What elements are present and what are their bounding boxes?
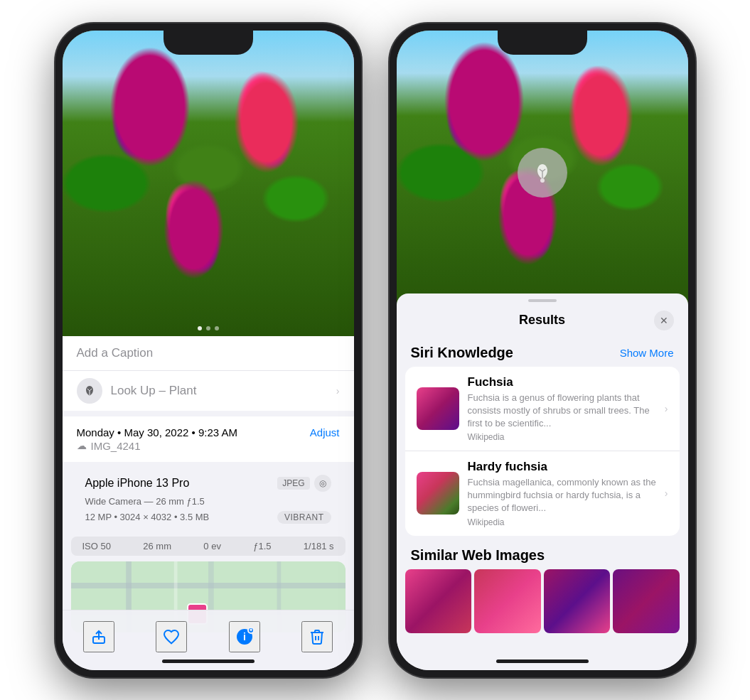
mp-text: 12 MP • 3024 × 4032 • 3.5 MB — [85, 512, 210, 522]
right-notch — [498, 31, 587, 55]
focal-value: 26 mm — [143, 541, 171, 551]
web-image-2[interactable] — [474, 569, 541, 633]
fuchsia-info: Fuchsia Fuchsia is a genus of flowering … — [468, 375, 656, 443]
hardy-fuchsia-info: Hardy fuchsia Fuchsia magellanica, commo… — [468, 460, 656, 527]
fuchsia-thumb — [417, 387, 459, 430]
location-icon: ◎ — [314, 475, 331, 492]
results-panel: Results ✕ Siri Knowledge Show More Fuchs… — [397, 294, 688, 670]
mp-row: 12 MP • 3024 × 4032 • 3.5 MB VIBRANT — [85, 511, 331, 524]
ev-value: 0 ev — [203, 541, 221, 551]
dot-3 — [215, 326, 219, 330]
filename-row: ☁ IMG_4241 — [77, 440, 340, 452]
siri-knowledge-header: Siri Knowledge Show More — [397, 339, 688, 367]
format-badges: JPEG ◎ — [277, 475, 331, 492]
close-button[interactable]: ✕ — [654, 311, 674, 330]
lookup-chevron-icon: › — [336, 385, 340, 397]
device-row: Apple iPhone 13 Pro JPEG ◎ — [85, 475, 331, 492]
right-phone: Results ✕ Siri Knowledge Show More Fuchs… — [390, 23, 695, 677]
left-phone: Add a Caption Look Up – Plant › Mon — [55, 23, 361, 677]
right-photo-area — [397, 31, 688, 315]
dot-2 — [206, 326, 210, 330]
filename-text: IMG_4241 — [91, 440, 141, 452]
svg-text:i: i — [243, 630, 246, 642]
favorite-button[interactable] — [156, 621, 187, 652]
delete-button[interactable] — [301, 621, 333, 652]
device-section: Apple iPhone 13 Pro JPEG ◎ Wide Camera —… — [71, 468, 345, 531]
info-button[interactable]: i ✦ — [229, 621, 260, 652]
format-badge: JPEG — [277, 477, 309, 490]
fuchsia-card[interactable]: Fuchsia Fuchsia is a genus of flowering … — [405, 367, 680, 451]
exif-row: ISO 50 26 mm 0 ev ƒ1.5 1/181 s — [71, 537, 345, 556]
similar-web-header: Similar Web Images — [397, 536, 688, 569]
hardy-fuchsia-title: Hardy fuchsia — [468, 460, 656, 474]
similar-web-title: Similar Web Images — [411, 547, 545, 563]
photo-area[interactable] — [63, 31, 354, 336]
plant-lookup-icon — [77, 378, 102, 404]
adjust-button[interactable]: Adjust — [310, 426, 340, 438]
results-title: Results — [519, 313, 565, 328]
fuchsia-chevron-icon: › — [665, 403, 668, 414]
lookup-row[interactable]: Look Up – Plant › — [63, 370, 354, 411]
lookup-label: Look Up – Plant — [111, 384, 197, 398]
shutter-value: 1/181 s — [304, 541, 334, 551]
dot-1 — [198, 326, 202, 330]
home-indicator — [162, 659, 255, 663]
fuchsia-source: Wikipedia — [468, 432, 656, 442]
fuchsia-description: Fuchsia is a genus of flowering plants t… — [468, 392, 656, 431]
siri-lookup-button[interactable] — [518, 148, 567, 198]
lookup-subject: Plant — [166, 384, 196, 397]
camera-specs: Wide Camera — 26 mm ƒ1.5 — [85, 496, 331, 507]
hardy-fuchsia-description: Fuchsia magellanica, commonly known as t… — [468, 476, 656, 515]
right-home-indicator — [496, 659, 589, 663]
fuchsia-title: Fuchsia — [468, 375, 656, 389]
siri-dot — [540, 178, 545, 183]
page-dots — [198, 326, 219, 330]
cloud-icon: ☁ — [77, 440, 87, 451]
web-images-grid — [397, 569, 688, 633]
date-info-section: Monday • May 30, 2022 • 9:23 AM Adjust ☁… — [63, 416, 354, 462]
filter-badge: VIBRANT — [277, 511, 331, 524]
caption-area[interactable]: Add a Caption — [63, 336, 354, 370]
left-phone-screen: Add a Caption Look Up – Plant › Mon — [63, 31, 354, 670]
right-phone-screen: Results ✕ Siri Knowledge Show More Fuchs… — [397, 31, 688, 670]
notch — [164, 31, 253, 55]
iso-value: ISO 50 — [82, 541, 111, 551]
lookup-prefix: Look Up – — [111, 384, 166, 397]
flower-image — [63, 31, 354, 336]
date-text: Monday • May 30, 2022 • 9:23 AM — [77, 426, 237, 438]
share-button[interactable] — [83, 621, 114, 652]
knowledge-cards: Fuchsia Fuchsia is a genus of flowering … — [405, 367, 680, 536]
web-image-1[interactable] — [405, 569, 472, 633]
panel-handle[interactable] — [528, 299, 557, 302]
device-name: Apple iPhone 13 Pro — [85, 477, 190, 490]
hardy-fuchsia-thumb — [417, 472, 459, 515]
web-image-3[interactable] — [544, 569, 611, 633]
hardy-fuchsia-source: Wikipedia — [468, 517, 656, 527]
caption-placeholder[interactable]: Add a Caption — [77, 346, 154, 360]
aperture-value: ƒ1.5 — [253, 541, 271, 551]
siri-knowledge-title: Siri Knowledge — [411, 345, 513, 361]
results-header: Results ✕ — [397, 308, 688, 339]
hardy-fuchsia-chevron-icon: › — [665, 488, 668, 499]
hardy-fuchsia-card[interactable]: Hardy fuchsia Fuchsia magellanica, commo… — [405, 451, 680, 536]
show-more-button[interactable]: Show More — [620, 347, 674, 359]
date-row: Monday • May 30, 2022 • 9:23 AM Adjust — [77, 426, 340, 438]
web-image-4[interactable] — [613, 569, 680, 633]
